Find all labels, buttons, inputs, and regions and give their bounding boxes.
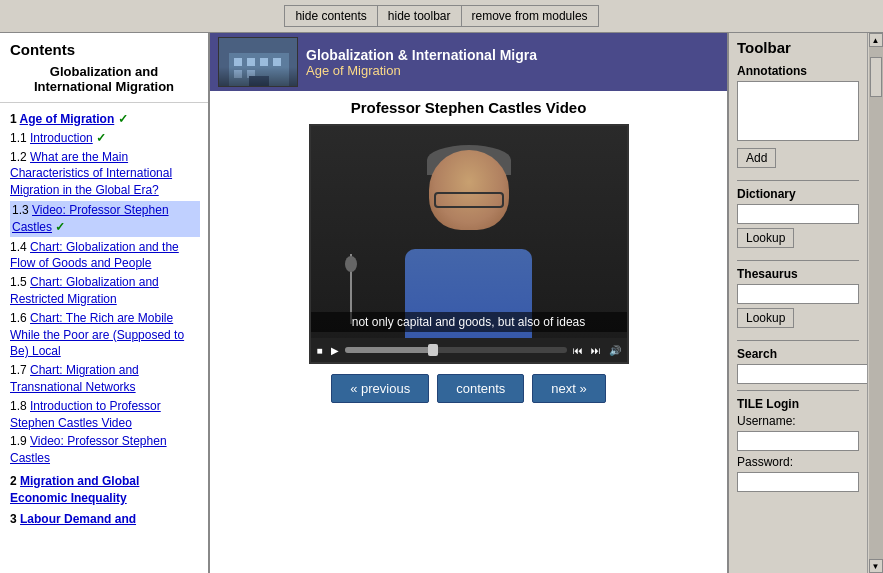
- item-1-4-link[interactable]: Chart: Globalization and the Flow of Goo…: [10, 240, 179, 271]
- username-label: Username:: [737, 414, 859, 428]
- lookup-thes-button[interactable]: Lookup: [737, 308, 794, 328]
- next-button[interactable]: next »: [532, 374, 605, 403]
- video-volume-button[interactable]: 🔊: [607, 345, 623, 356]
- content-header-image: [218, 37, 298, 87]
- person-glasses: [434, 192, 504, 208]
- video-progress-fill: [345, 347, 434, 353]
- password-input[interactable]: [737, 472, 859, 492]
- sidebar-title: Contents: [10, 41, 198, 58]
- toolbar-scroll-thumb[interactable]: [870, 57, 882, 97]
- sidebar-content: 1 Age of Migration ✓ 1.1 Introduction ✓ …: [0, 103, 208, 573]
- sidebar-item-1-9: 1.9 Video: Professor Stephen Castles: [10, 433, 200, 467]
- sidebar-item-1-5: 1.5 Chart: Globalization and Restricted …: [10, 274, 200, 308]
- video-title: Professor Stephen Castles Video: [351, 99, 587, 116]
- sidebar-item-1-2: 1.2 What are the Main Characteristics of…: [10, 149, 200, 199]
- divider-4: [737, 390, 859, 391]
- item-1-6-link[interactable]: Chart: The Rich are Mobile While the Poo…: [10, 311, 184, 359]
- sidebar-section-1: 1 Age of Migration ✓: [10, 111, 200, 128]
- thesaurus-label: Thesaurus: [737, 267, 859, 281]
- item-1-8-link[interactable]: Introduction to Professor Stephen Castle…: [10, 399, 161, 430]
- divider-3: [737, 340, 859, 341]
- divider-2: [737, 260, 859, 261]
- header-building-svg: [219, 38, 298, 87]
- item-1-7-link[interactable]: Chart: Migration and Transnational Netwo…: [10, 363, 139, 394]
- toolbar-wrapper: Toolbar Annotations Add Dictionary Looku…: [727, 33, 883, 573]
- video-stop-button[interactable]: ■: [315, 345, 325, 356]
- sidebar-item-1-8: 1.8 Introduction to Professor Stephen Ca…: [10, 398, 200, 432]
- svg-rect-5: [273, 58, 281, 66]
- sidebar-item-1-4: 1.4 Chart: Globalization and the Flow of…: [10, 239, 200, 273]
- video-play-button[interactable]: ▶: [329, 345, 341, 356]
- sidebar-wrapper: Contents Globalization and International…: [0, 33, 210, 573]
- search-label: Search: [737, 347, 859, 361]
- video-fastforward-button[interactable]: ⏭: [589, 345, 603, 356]
- previous-button[interactable]: « previous: [331, 374, 429, 403]
- item-1-3-link[interactable]: Video: Professor Stephen Castles: [12, 203, 169, 234]
- video-rewind-button[interactable]: ⏮: [571, 345, 585, 356]
- svg-point-10: [345, 256, 357, 272]
- lookup-dict-button[interactable]: Lookup: [737, 228, 794, 248]
- toolbar-scrollbar: ▲ ▼: [867, 33, 883, 573]
- sidebar-subtitle: Globalization and International Migratio…: [10, 58, 198, 98]
- contents-button[interactable]: contents: [437, 374, 524, 403]
- video-player[interactable]: not only capital and goods, but also of …: [309, 124, 629, 364]
- svg-rect-8: [249, 76, 269, 87]
- tile-login-label: TILE Login: [737, 397, 859, 411]
- video-caption: not only capital and goods, but also of …: [311, 312, 627, 332]
- password-label: Password:: [737, 455, 859, 469]
- item-1-2-link[interactable]: What are the Main Characteristics of Int…: [10, 150, 172, 198]
- sidebar-item-1-6: 1.6 Chart: The Rich are Mobile While the…: [10, 310, 200, 360]
- search-input[interactable]: [737, 364, 867, 384]
- dictionary-input[interactable]: [737, 204, 859, 224]
- add-button[interactable]: Add: [737, 148, 776, 168]
- remove-from-modules-button[interactable]: remove from modules: [461, 5, 599, 27]
- svg-rect-3: [247, 58, 255, 66]
- top-toolbar: hide contents hide toolbar remove from m…: [0, 0, 883, 33]
- item-1-5-link[interactable]: Chart: Globalization and Restricted Migr…: [10, 275, 159, 306]
- svg-rect-2: [234, 58, 242, 66]
- section-3-link[interactable]: Labour Demand and: [20, 512, 136, 526]
- nav-buttons: « previous contents next »: [331, 374, 606, 403]
- svg-rect-6: [234, 70, 242, 78]
- content-area: Globalization & International Migra Age …: [210, 33, 727, 573]
- hide-contents-button[interactable]: hide contents: [284, 5, 376, 27]
- hide-toolbar-button[interactable]: hide toolbar: [377, 5, 461, 27]
- sidebar-section-2: 2 Migration and Global Economic Inequali…: [10, 473, 200, 507]
- thesaurus-input[interactable]: [737, 284, 859, 304]
- person-face: [429, 150, 509, 230]
- content-header-title: Globalization & International Migra: [306, 47, 537, 63]
- content-body: Professor Stephen Castles Video not only…: [210, 91, 727, 573]
- toolbar-scroll-down[interactable]: ▼: [869, 559, 883, 573]
- sidebar-header: Contents Globalization and International…: [0, 33, 208, 103]
- annotations-input[interactable]: [737, 81, 859, 141]
- divider-1: [737, 180, 859, 181]
- username-input[interactable]: [737, 431, 859, 451]
- main-layout: Contents Globalization and International…: [0, 33, 883, 573]
- content-header-text-block: Globalization & International Migra Age …: [306, 47, 537, 78]
- video-progress-bar[interactable]: [345, 347, 567, 353]
- item-1-1-link[interactable]: Introduction: [30, 131, 93, 145]
- toolbar-scroll-track[interactable]: [869, 47, 883, 559]
- video-controls: ■ ▶ ⏮ ⏭ 🔊: [311, 338, 627, 362]
- sidebar: Contents Globalization and International…: [0, 33, 210, 573]
- sidebar-section-3: 3 Labour Demand and: [10, 511, 200, 528]
- content-header: Globalization & International Migra Age …: [210, 33, 727, 91]
- svg-rect-4: [260, 58, 268, 66]
- sidebar-item-1-7: 1.7 Chart: Migration and Transnational N…: [10, 362, 200, 396]
- toolbar-scroll-up[interactable]: ▲: [869, 33, 883, 47]
- annotations-label: Annotations: [737, 64, 859, 78]
- video-progress-thumb[interactable]: [428, 344, 438, 356]
- search-row: Go: [737, 364, 859, 384]
- section-1-link[interactable]: Age of Migration: [20, 112, 115, 126]
- section-2-link[interactable]: Migration and Global Economic Inequality: [10, 474, 139, 505]
- dictionary-label: Dictionary: [737, 187, 859, 201]
- svg-rect-7: [247, 70, 255, 78]
- toolbar-panel: Toolbar Annotations Add Dictionary Looku…: [727, 33, 867, 573]
- sidebar-item-1-1: 1.1 Introduction ✓: [10, 130, 200, 147]
- item-1-9-link[interactable]: Video: Professor Stephen Castles: [10, 434, 167, 465]
- sidebar-item-1-3: 1.3 Video: Professor Stephen Castles ✓: [10, 201, 200, 237]
- toolbar-title: Toolbar: [737, 39, 859, 56]
- content-header-subtitle: Age of Migration: [306, 63, 537, 78]
